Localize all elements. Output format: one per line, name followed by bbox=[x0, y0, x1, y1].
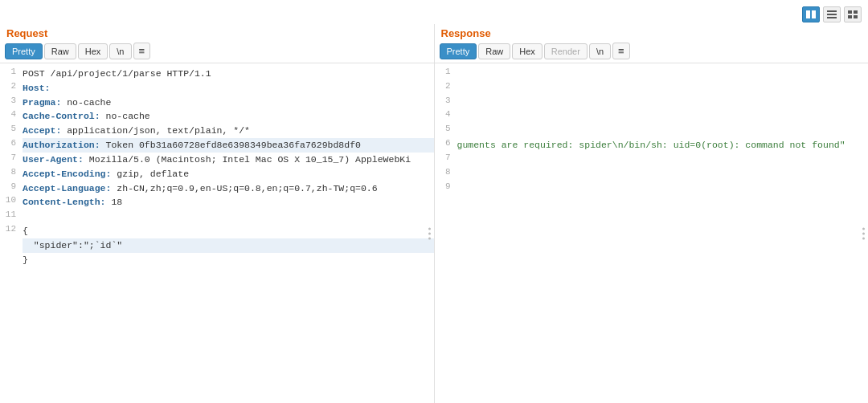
response-tab-render[interactable]: Render bbox=[544, 43, 588, 59]
response-tab-bar: Pretty Raw Hex Render \n ≡ bbox=[435, 41, 869, 63]
table-row: "spider":";`id`" bbox=[0, 238, 434, 253]
table-row: } bbox=[0, 253, 434, 267]
response-menu-button[interactable]: ≡ bbox=[612, 43, 630, 59]
table-row: 8 bbox=[435, 167, 869, 181]
table-row: 1 POST /api/project/1/parse HTTP/1.1 bbox=[0, 67, 434, 81]
table-row: 6 guments are required: spider\n/bin/sh:… bbox=[435, 138, 869, 153]
request-divider-handle[interactable] bbox=[428, 227, 431, 239]
request-title: Request bbox=[0, 24, 434, 41]
response-panel: Response Pretty Raw Hex Render \n ≡ 1 2 … bbox=[435, 24, 869, 403]
response-title: Response bbox=[435, 24, 869, 41]
list-view-button[interactable] bbox=[823, 6, 841, 22]
request-panel: Request Pretty Raw Hex \n ≡ 1 POST /api/… bbox=[0, 24, 435, 403]
main-layout: Request Pretty Raw Hex \n ≡ 1 POST /api/… bbox=[0, 0, 868, 403]
svg-rect-1 bbox=[812, 10, 816, 18]
svg-rect-5 bbox=[848, 10, 852, 14]
response-tab-raw[interactable]: Raw bbox=[478, 43, 510, 59]
request-tab-pretty[interactable]: Pretty bbox=[5, 43, 43, 59]
request-tab-bar: Pretty Raw Hex \n ≡ bbox=[0, 41, 434, 63]
table-row: 9 Accept-Language: zh-CN,zh;q=0.9,en-US;… bbox=[0, 181, 434, 196]
table-row: 4 Cache-Control: no-cache bbox=[0, 109, 434, 124]
request-menu-button[interactable]: ≡ bbox=[133, 43, 151, 59]
table-row: 9 bbox=[435, 181, 869, 196]
table-row: 12 { bbox=[0, 224, 434, 238]
response-divider-handle[interactable] bbox=[862, 227, 865, 239]
table-row: 1 bbox=[435, 67, 869, 81]
table-row: 5 Accept: application/json, text/plain, … bbox=[0, 124, 434, 138]
top-toolbar bbox=[802, 6, 862, 22]
svg-rect-6 bbox=[854, 10, 858, 14]
table-row: 4 bbox=[435, 109, 869, 124]
table-row: 5 bbox=[435, 124, 869, 138]
response-content: 1 2 3 4 5 bbox=[435, 63, 869, 403]
table-row: 6 Authorization: Token 0fb31a60728efd8e6… bbox=[0, 138, 434, 153]
table-row: 2 Host: bbox=[0, 81, 434, 96]
table-row: 3 bbox=[435, 96, 869, 110]
table-row: 3 Pragma: no-cache bbox=[0, 96, 434, 110]
table-row: 7 User-Agent: Mozilla/5.0 (Macintosh; In… bbox=[0, 153, 434, 167]
svg-rect-0 bbox=[806, 10, 810, 18]
table-row: 7 bbox=[435, 153, 869, 167]
request-tab-newline[interactable]: \n bbox=[109, 43, 131, 59]
table-row: 10 Content-Length: 18 bbox=[0, 195, 434, 210]
table-row: 2 bbox=[435, 81, 869, 96]
request-tab-hex[interactable]: Hex bbox=[78, 43, 108, 59]
split-view-button[interactable] bbox=[802, 6, 820, 22]
response-tab-newline[interactable]: \n bbox=[589, 43, 611, 59]
request-content: 1 POST /api/project/1/parse HTTP/1.1 2 H… bbox=[0, 63, 434, 403]
request-tab-raw[interactable]: Raw bbox=[44, 43, 76, 59]
table-row: 11 bbox=[0, 210, 434, 224]
response-code-lines: 1 2 3 4 5 bbox=[435, 67, 869, 195]
svg-rect-4 bbox=[827, 17, 837, 18]
svg-rect-8 bbox=[854, 15, 858, 18]
request-code-lines: 1 POST /api/project/1/parse HTTP/1.1 2 H… bbox=[0, 67, 434, 267]
table-row: 8 Accept-Encoding: gzip, deflate bbox=[0, 167, 434, 181]
response-tab-hex[interactable]: Hex bbox=[512, 43, 542, 59]
svg-rect-2 bbox=[827, 10, 837, 12]
grid-view-button[interactable] bbox=[844, 6, 862, 22]
svg-rect-3 bbox=[827, 14, 837, 15]
svg-rect-7 bbox=[848, 15, 852, 18]
response-tab-pretty[interactable]: Pretty bbox=[440, 43, 477, 59]
